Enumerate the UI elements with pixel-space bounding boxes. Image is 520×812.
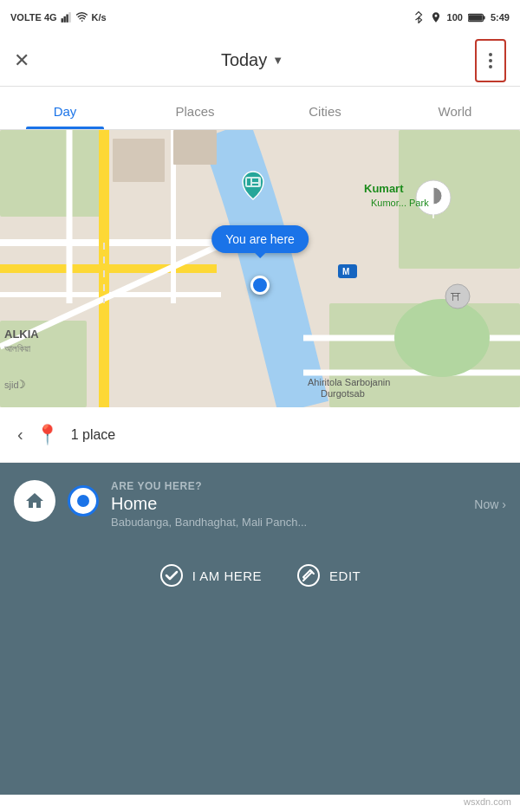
svg-text:ALKIA: ALKIA xyxy=(4,328,39,341)
svg-rect-2 xyxy=(66,15,68,23)
svg-point-4 xyxy=(81,20,82,22)
address-text: Babudanga, Bandhaghat, Mali Panch... xyxy=(111,516,506,529)
location-indicator xyxy=(68,485,99,516)
home-label: Home xyxy=(111,494,157,514)
status-bar: VOLTE 4G K/s 100 5:49 xyxy=(0,0,520,35)
svg-rect-0 xyxy=(61,18,62,23)
title-arrow[interactable]: ▼ xyxy=(272,54,283,67)
svg-text:Kumor... Park: Kumor... Park xyxy=(371,198,429,208)
status-left: VOLTE 4G K/s xyxy=(10,11,107,23)
are-you-here-label: ARE YOU HERE? xyxy=(111,480,506,492)
card-text: ARE YOU HERE? Home Now › Babudanga, Band… xyxy=(111,480,506,529)
svg-text:Ahiritola Sarbojanin: Ahiritola Sarbojanin xyxy=(308,377,390,387)
wifi-icon xyxy=(76,11,88,23)
action-buttons: I AM HERE EDIT xyxy=(14,549,506,588)
header: ✕ Today ▼ xyxy=(0,35,520,87)
home-icon xyxy=(24,490,45,511)
svg-point-22 xyxy=(394,299,490,377)
svg-rect-28 xyxy=(252,184,258,185)
current-location-dot xyxy=(250,276,270,295)
svg-rect-7 xyxy=(469,15,483,21)
pin-icon: 📍 xyxy=(36,424,59,446)
dot2 xyxy=(489,59,492,62)
blue-dot xyxy=(77,495,89,507)
now-label: Now xyxy=(474,497,498,511)
svg-rect-3 xyxy=(68,12,70,23)
data-speed: K/s xyxy=(92,12,107,23)
svg-rect-9 xyxy=(0,130,104,217)
back-arrow[interactable]: ‹ xyxy=(17,425,23,445)
bottom-panel: ARE YOU HERE? Home Now › Babudanga, Band… xyxy=(0,463,520,795)
i-am-here-button[interactable]: I AM HERE xyxy=(159,563,262,588)
home-label-row: Home Now › xyxy=(111,494,506,514)
close-button[interactable]: ✕ xyxy=(14,51,29,70)
dot1 xyxy=(489,53,492,56)
svg-rect-23 xyxy=(113,139,165,182)
svg-rect-27 xyxy=(252,179,258,182)
bluetooth-icon xyxy=(413,11,425,23)
map-container[interactable]: Kumart Kumor... Park M ⛩ ALKIA আলকিয়া A… xyxy=(0,130,520,407)
svg-text:আলকিয়া: আলকিয়া xyxy=(4,343,31,354)
svg-text:☽: ☽ xyxy=(16,378,26,391)
carrier-text: VOLTE 4G xyxy=(10,12,57,23)
watermark: wsxdn.com xyxy=(464,796,511,807)
places-bar: ‹ 📍 1 place xyxy=(0,407,520,463)
time-display: 5:49 xyxy=(491,12,510,23)
edit-icon xyxy=(296,563,321,588)
now-row[interactable]: Now › xyxy=(474,497,506,511)
you-are-here-bubble: You are here xyxy=(211,225,309,253)
home-icon-container xyxy=(14,480,55,522)
signal-icon xyxy=(61,11,73,23)
header-title: Today ▼ xyxy=(221,50,283,70)
svg-point-43 xyxy=(161,565,182,586)
location-card: ARE YOU HERE? Home Now › Babudanga, Band… xyxy=(14,480,506,529)
places-count: 1 place xyxy=(71,427,116,443)
status-right: 100 5:49 xyxy=(413,11,510,23)
battery-text: 100 xyxy=(447,12,463,23)
svg-text:Durgotsab: Durgotsab xyxy=(321,388,365,399)
tabs-bar: Day Places Cities World xyxy=(0,87,520,130)
header-title-text: Today xyxy=(221,50,267,70)
now-chevron: › xyxy=(502,497,506,511)
tab-world[interactable]: World xyxy=(390,104,520,129)
svg-rect-24 xyxy=(173,130,217,165)
svg-text:M: M xyxy=(342,267,349,276)
map-svg: Kumart Kumor... Park M ⛩ ALKIA আলকিয়া A… xyxy=(0,130,520,407)
svg-rect-6 xyxy=(483,16,484,19)
svg-rect-26 xyxy=(247,179,250,185)
battery-icon xyxy=(468,13,485,23)
tab-cities[interactable]: Cities xyxy=(260,104,390,129)
more-button[interactable] xyxy=(475,39,506,82)
edit-button[interactable]: EDIT xyxy=(296,563,361,588)
i-am-here-label: I AM HERE xyxy=(192,568,262,583)
svg-rect-1 xyxy=(63,16,65,23)
dot3 xyxy=(489,65,492,68)
location-icon-status xyxy=(430,11,442,23)
tab-day[interactable]: Day xyxy=(0,104,130,129)
i-am-here-icon xyxy=(159,563,184,588)
tab-places[interactable]: Places xyxy=(130,104,260,129)
edit-label: EDIT xyxy=(329,568,361,583)
svg-text:⛩: ⛩ xyxy=(451,291,461,303)
svg-text:Kumart: Kumart xyxy=(364,182,404,195)
